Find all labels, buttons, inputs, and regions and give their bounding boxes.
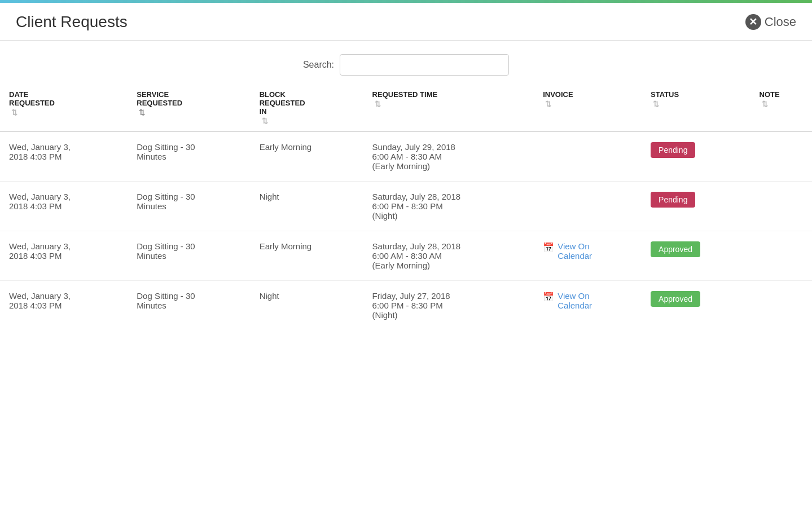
search-input[interactable] xyxy=(340,54,509,76)
close-label: Close xyxy=(765,15,796,29)
cell-service: Dog Sitting - 30 Minutes xyxy=(128,182,250,231)
col-block-requested: BLOCKREQUESTEDIN ⇅ xyxy=(251,85,363,131)
cell-invoice xyxy=(534,131,642,182)
col-status: STATUS ⇅ xyxy=(642,85,750,131)
header: Client Requests ✕ Close xyxy=(0,3,812,41)
cell-block: Night xyxy=(251,281,363,331)
cell-status: Approved xyxy=(642,281,750,331)
cell-status: Pending xyxy=(642,182,750,231)
status-badge: Pending xyxy=(651,192,695,208)
cell-requested-time: Saturday, July 28, 2018 6:00 AM - 8:30 A… xyxy=(363,231,534,281)
table-row: Wed, January 3, 2018 4:03 PMDog Sitting … xyxy=(0,281,812,331)
cell-status: Pending xyxy=(642,131,750,182)
cell-block: Night xyxy=(251,182,363,231)
table-row: Wed, January 3, 2018 4:03 PMDog Sitting … xyxy=(0,131,812,182)
cell-requested-time: Saturday, July 28, 2018 6:00 PM - 8:30 P… xyxy=(363,182,534,231)
view-on-calendar-link[interactable]: 📅 View On Calendar xyxy=(543,241,633,261)
cell-date: Wed, January 3, 2018 4:03 PM xyxy=(0,281,128,331)
cell-service: Dog Sitting - 30 Minutes xyxy=(128,231,250,281)
table-row: Wed, January 3, 2018 4:03 PMDog Sitting … xyxy=(0,231,812,281)
sort-icon-block[interactable]: ⇅ xyxy=(262,117,354,125)
close-button[interactable]: ✕ Close xyxy=(745,14,796,30)
invoice-label: View On Calendar xyxy=(558,241,592,261)
col-note: NOTE ⇅ xyxy=(750,85,812,131)
cell-date: Wed, January 3, 2018 4:03 PM xyxy=(0,231,128,281)
status-badge: Approved xyxy=(651,241,700,257)
table-body: Wed, January 3, 2018 4:03 PMDog Sitting … xyxy=(0,131,812,330)
cell-note xyxy=(750,182,812,231)
sort-icon-date[interactable]: ⇅ xyxy=(11,108,118,117)
cell-invoice[interactable]: 📅 View On Calendar xyxy=(534,281,642,331)
sort-icon-status[interactable]: ⇅ xyxy=(653,100,741,108)
view-on-calendar-link[interactable]: 📅 View On Calendar xyxy=(543,291,633,310)
close-icon: ✕ xyxy=(745,14,761,30)
sort-icon-note[interactable]: ⇅ xyxy=(762,100,803,108)
cell-status: Approved xyxy=(642,231,750,281)
page-title: Client Requests xyxy=(16,13,128,31)
cell-date: Wed, January 3, 2018 4:03 PM xyxy=(0,131,128,182)
cell-note xyxy=(750,131,812,182)
header-row: DATEREQUESTED ⇅ SERVICEREQUESTED ⇅ BLOCK… xyxy=(0,85,812,131)
cell-service: Dog Sitting - 30 Minutes xyxy=(128,281,250,331)
cell-requested-time: Friday, July 27, 2018 6:00 PM - 8:30 PM … xyxy=(363,281,534,331)
sort-icon-time[interactable]: ⇅ xyxy=(375,100,525,108)
calendar-icon: 📅 xyxy=(543,292,554,302)
col-invoice: INVOICE ⇅ xyxy=(534,85,642,131)
table-row: Wed, January 3, 2018 4:03 PMDog Sitting … xyxy=(0,182,812,231)
cell-block: Early Morning xyxy=(251,131,363,182)
cell-invoice xyxy=(534,182,642,231)
sort-icon-invoice[interactable]: ⇅ xyxy=(545,100,633,108)
requests-table: DATEREQUESTED ⇅ SERVICEREQUESTED ⇅ BLOCK… xyxy=(0,85,812,330)
cell-invoice[interactable]: 📅 View On Calendar xyxy=(534,231,642,281)
sort-icon-service[interactable]: ⇅ xyxy=(139,108,241,117)
search-label: Search: xyxy=(303,60,334,70)
col-service-requested: SERVICEREQUESTED ⇅ xyxy=(128,85,250,131)
cell-service: Dog Sitting - 30 Minutes xyxy=(128,131,250,182)
invoice-label: View On Calendar xyxy=(558,291,592,310)
col-date-requested: DATEREQUESTED ⇅ xyxy=(0,85,128,131)
table-header: DATEREQUESTED ⇅ SERVICEREQUESTED ⇅ BLOCK… xyxy=(0,85,812,131)
cell-block: Early Morning xyxy=(251,231,363,281)
cell-date: Wed, January 3, 2018 4:03 PM xyxy=(0,182,128,231)
cell-note xyxy=(750,281,812,331)
status-badge: Approved xyxy=(651,291,700,307)
search-area: Search: xyxy=(0,41,812,85)
calendar-icon: 📅 xyxy=(543,242,554,253)
status-badge: Pending xyxy=(651,142,695,158)
col-requested-time: REQUESTED TIME ⇅ xyxy=(363,85,534,131)
cell-note xyxy=(750,231,812,281)
cell-requested-time: Sunday, July 29, 2018 6:00 AM - 8:30 AM … xyxy=(363,131,534,182)
